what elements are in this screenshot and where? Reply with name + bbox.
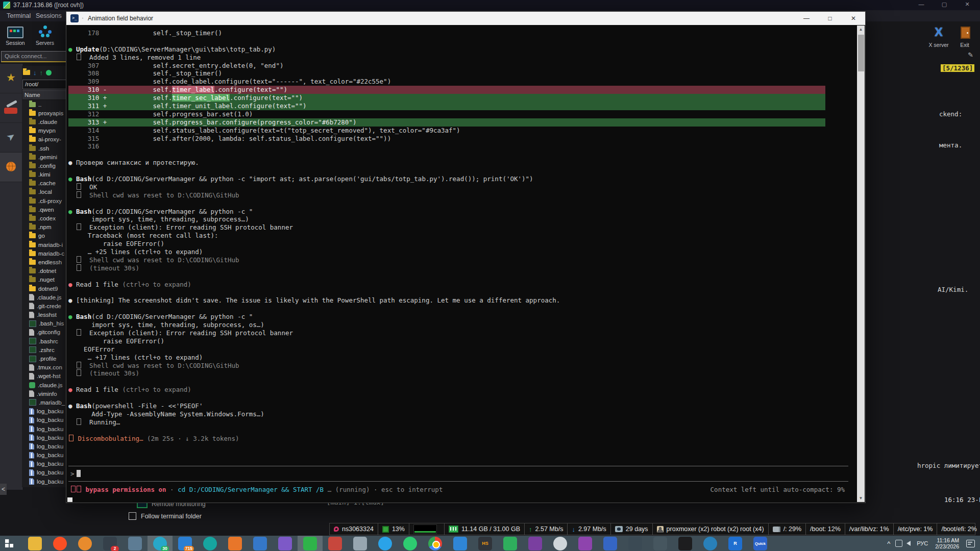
taskbar-app-app-steel[interactable] [122,536,148,551]
upload-icon[interactable]: ↑ [40,69,43,77]
file-row[interactable]: .zshrc [22,345,69,354]
tray-clock[interactable]: 11:16 AM 2/23/2026 [935,537,959,549]
file-row[interactable]: proxyapis [22,109,69,117]
file-row[interactable]: .wget-hst [22,372,69,381]
language-indicator[interactable]: РУС [917,540,928,546]
file-row[interactable]: log_backu [22,416,69,424]
terminal-maximize-button[interactable]: □ [818,12,842,25]
taskbar-app-app-dark-badge[interactable]: 2 [97,536,122,551]
folder-up-icon[interactable]: ⌃ [23,70,30,75]
taskbar-app-app-silver[interactable] [348,536,373,551]
terminal-close-button[interactable]: ✕ [842,12,865,25]
refresh-icon[interactable] [46,70,52,76]
file-row[interactable]: .claude.js [22,381,69,389]
taskbar-app-app-blue-window[interactable] [248,536,273,551]
file-row[interactable]: mariadb-c [22,249,69,258]
quick-connect-input[interactable]: Quick connect... [1,51,68,62]
file-row[interactable]: myvpn [22,127,69,135]
file-row[interactable]: .claude.js [22,293,69,302]
taskbar-app-firefox[interactable] [72,536,97,551]
close-button[interactable]: ✕ [960,1,975,9]
file-row[interactable]: .gitconfig [22,328,69,337]
taskbar-app-camera-green[interactable] [498,536,523,551]
file-row[interactable]: .local [22,188,69,196]
taskbar-app-app-715[interactable]: 715 [173,536,198,551]
file-row[interactable]: log_backu [22,460,69,468]
file-row[interactable]: .cli-proxy [22,196,69,205]
file-row[interactable]: ai-proxy- [22,135,69,144]
x-server-label[interactable]: X server [925,42,952,48]
file-row[interactable]: log_backu [22,433,69,442]
scroll-up-icon[interactable]: ▲ [857,26,865,33]
file-row[interactable]: .git-crede [22,302,69,310]
file-row[interactable]: .lesshst [22,311,69,319]
taskbar-app-app-red[interactable] [323,536,348,551]
tray-chevron-icon[interactable]: ^ [887,540,890,547]
file-row[interactable]: log_backu [22,477,69,486]
taskbar-app-brave[interactable] [47,536,72,551]
file-row[interactable]: mariadb-i [22,240,69,249]
taskbar-app-camera-blue[interactable] [698,536,723,551]
exit-label[interactable]: Exit [953,42,976,48]
menu-sessions[interactable]: Sessions [36,12,62,19]
file-row[interactable]: .profile [22,354,69,363]
terminal-minimize-button[interactable]: — [795,12,818,25]
taskbar-app-vscode[interactable] [448,536,473,551]
sftp-name-header[interactable]: Name [22,90,69,100]
taskbar-app-app-orange[interactable] [223,536,248,551]
taskbar-app-app-r[interactable]: R [723,536,748,551]
file-row[interactable]: log_backu [22,442,69,450]
terminal-scrollbar[interactable]: ▲ ▼ [857,26,865,502]
session-button-label[interactable]: Session [4,40,27,46]
minimize-button[interactable]: — [914,1,929,9]
file-row[interactable]: endlessh [22,258,69,266]
file-row[interactable]: .mariadb_ [22,398,69,407]
file-row[interactable]: .nuget [22,276,69,284]
file-row[interactable]: .viminfo [22,389,69,398]
file-row[interactable]: .kimi [22,170,69,179]
file-row[interactable]: log_backu [22,407,69,416]
tray-app-icon[interactable] [895,540,902,547]
file-row[interactable]: log_backu [22,468,69,477]
file-row[interactable]: .tmux.con [22,363,69,372]
volume-icon[interactable] [906,541,911,546]
menu-terminal[interactable]: Terminal [7,12,31,19]
tab-sessions-star[interactable]: ★ [0,64,22,93]
taskbar-app-app-dark2[interactable] [623,536,648,551]
file-row[interactable]: .dotnet [22,267,69,276]
terminal-prompt[interactable]: > [70,470,81,478]
file-row[interactable]: .ssh [22,144,69,153]
taskbar-app-chrome[interactable] [423,536,448,551]
taskbar-app-app-blue2[interactable] [598,536,623,551]
servers-button-label[interactable]: Servers [34,40,56,46]
notification-center-icon[interactable] [966,540,975,547]
taskbar-app-file-explorer[interactable] [22,536,47,551]
scroll-left-button[interactable]: < [0,484,7,495]
file-row[interactable]: .config [22,161,69,170]
scroll-down-icon[interactable]: ▼ [857,494,865,502]
tab-tools[interactable] [0,93,22,123]
download-icon[interactable]: ↓ [33,69,37,77]
taskbar-app-app-light[interactable] [548,536,573,551]
taskbar-app-app-hs[interactable]: HS [473,536,498,551]
file-row[interactable]: .cache [22,179,69,188]
terminal-titlebar[interactable]: >_ · Animation field behavior — □ ✕ [66,12,865,25]
file-row[interactable]: log_backu [22,424,69,433]
file-row[interactable]: log_backu [22,451,69,460]
file-row[interactable]: go [22,232,69,240]
tab-sftp[interactable] [0,153,22,182]
taskbar-app-jetbrains[interactable] [673,536,698,551]
taskbar-app-whatsapp[interactable] [398,536,423,551]
taskbar-app-terminal-green[interactable] [298,536,323,551]
file-row[interactable]: dotnet9 [22,284,69,293]
file-row[interactable]: .claude [22,117,69,126]
x-server-icon[interactable]: X [932,26,945,39]
taskbar-app-visual-studio[interactable] [273,536,298,551]
tab-macros[interactable]: ➤ [0,123,22,153]
taskbar-app-quick-app[interactable]: Quick [748,536,773,551]
file-row[interactable]: .bash_his [22,319,69,328]
taskbar-app-remote-desktop[interactable]: 30 [148,536,173,551]
file-row[interactable]: .codex [22,214,69,222]
taskbar-app-opera[interactable] [198,536,223,551]
file-row[interactable]: .bashrc [22,337,69,345]
